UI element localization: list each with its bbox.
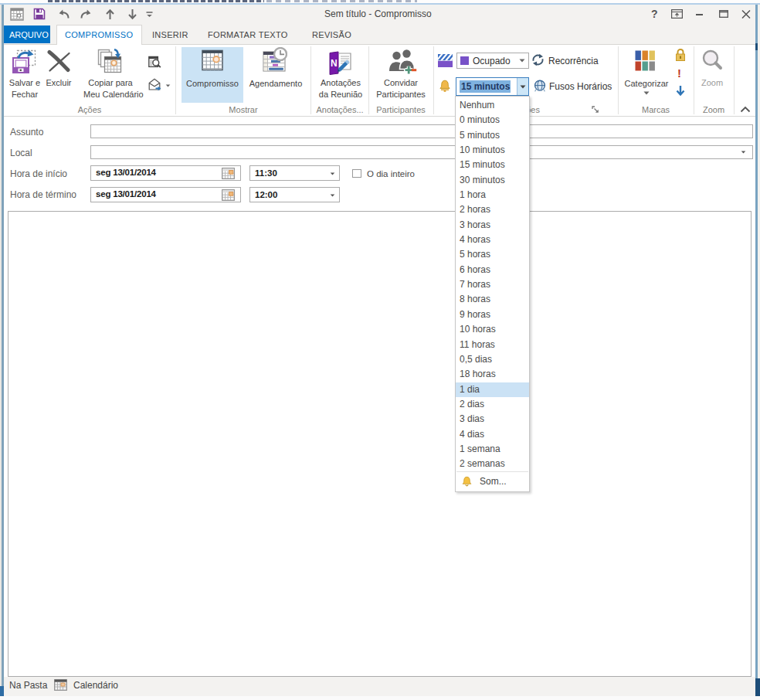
svg-text:N: N (331, 58, 338, 69)
